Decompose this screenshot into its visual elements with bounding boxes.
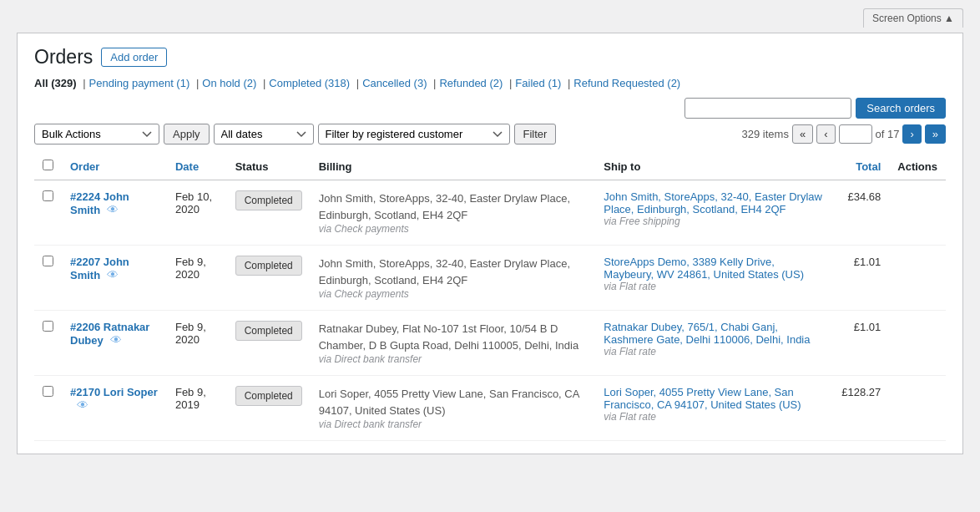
filter-button[interactable]: Filter: [514, 124, 557, 144]
row-checkbox-cell: [34, 246, 62, 311]
row-checkbox[interactable]: [43, 386, 53, 397]
select-all-header: [34, 153, 62, 180]
order-cell: #2206 Ratnakar Dubey👁: [62, 311, 167, 376]
filter-nav-on-hold[interactable]: On hold (2): [202, 77, 256, 89]
search-input[interactable]: [684, 98, 851, 119]
col-header-billing[interactable]: Billing: [311, 153, 596, 180]
billing-cell: Ratnakar Dubey, Flat No-107 1st Floor, 1…: [311, 311, 596, 376]
customer-filter-select[interactable]: Filter by registered customer: [318, 124, 510, 144]
row-checkbox-cell: [34, 311, 62, 376]
billing-cell: Lori Soper, 4055 Pretty View Lane, San F…: [311, 376, 596, 441]
filter-nav-all[interactable]: All (329): [34, 77, 77, 89]
shipto-via: via Flat rate: [604, 281, 825, 292]
page-title: Orders: [34, 46, 93, 68]
billing-via: via Direct bank transfer: [319, 418, 588, 430]
order-cell: #2170 Lori Soper👁: [62, 376, 167, 441]
filter-nav-cancelled[interactable]: Cancelled (3): [362, 77, 427, 89]
nav-separator: |: [506, 77, 512, 89]
total-cell: £1.01: [833, 311, 889, 376]
items-count: 329 items: [742, 128, 789, 140]
date-cell: Feb 10, 2020: [167, 180, 227, 246]
actions-cell: [889, 376, 946, 441]
total-cell: £34.68: [833, 180, 889, 246]
bulk-actions-select[interactable]: Bulk Actions: [34, 124, 159, 144]
table-row: #2207 John Smith👁Feb 9, 2020CompletedJoh…: [34, 246, 946, 311]
table-row: #2206 Ratnakar Dubey👁Feb 9, 2020Complete…: [34, 311, 946, 376]
col-header-ship-to[interactable]: Ship to: [595, 153, 833, 180]
shipto-cell: StoreApps Demo, 3389 Kelly Drive, Maybeu…: [595, 246, 833, 311]
order-cell: #2224 John Smith👁: [62, 180, 167, 246]
filter-nav-failed[interactable]: Failed (1): [515, 77, 561, 89]
apply-button[interactable]: Apply: [164, 124, 210, 144]
billing-name: John Smith, StoreApps, 32-40, Easter Dry…: [319, 256, 588, 288]
actions-cell: [889, 246, 946, 311]
status-cell: Completed: [227, 311, 311, 376]
billing-cell: John Smith, StoreApps, 32-40, Easter Dry…: [311, 180, 596, 246]
shipto-via: via Flat rate: [604, 411, 825, 423]
prev-page-button[interactable]: ‹: [816, 124, 835, 144]
view-icon[interactable]: 👁: [107, 268, 119, 281]
orders-table: OrderDateStatusBillingShip toTotalAction…: [34, 153, 946, 441]
row-checkbox[interactable]: [43, 256, 53, 266]
view-icon[interactable]: 👁: [110, 333, 122, 347]
date-cell: Feb 9, 2020: [167, 246, 227, 311]
nav-separator: |: [430, 77, 436, 89]
actions-cell: [889, 311, 946, 376]
status-badge: Completed: [235, 386, 302, 406]
nav-separator: |: [564, 77, 570, 89]
shipto-link[interactable]: Ratnakar Dubey, 765/1, Chabi Ganj, Kashm…: [604, 321, 810, 346]
status-badge: Completed: [235, 321, 302, 341]
order-link[interactable]: #2207 John Smith: [70, 256, 129, 281]
shipto-link[interactable]: StoreApps Demo, 3389 Kelly Drive, Maybeu…: [604, 256, 804, 281]
shipto-link[interactable]: Lori Soper, 4055 Pretty View Lane, San F…: [604, 386, 801, 411]
billing-via: via Direct bank transfer: [319, 353, 588, 365]
order-link[interactable]: #2170 Lori Soper: [70, 386, 158, 398]
first-page-button[interactable]: «: [792, 124, 813, 144]
add-order-button[interactable]: Add order: [101, 48, 167, 67]
actions-cell: [889, 180, 946, 246]
view-icon[interactable]: 👁: [77, 398, 88, 412]
row-checkbox-cell: [34, 376, 62, 441]
next-page-button[interactable]: ›: [902, 124, 921, 144]
row-checkbox-cell: [34, 180, 62, 246]
row-checkbox[interactable]: [43, 190, 53, 201]
billing-name: John Smith, StoreApps, 32-40, Easter Dry…: [319, 190, 588, 223]
filter-nav-refund-requested[interactable]: Refund Requested (2): [573, 77, 680, 89]
order-link[interactable]: #2224 John Smith: [70, 190, 129, 216]
shipto-cell: Lori Soper, 4055 Pretty View Lane, San F…: [595, 376, 833, 441]
col-header-actions: Actions: [889, 153, 946, 180]
table-row: #2224 John Smith👁Feb 10, 2020CompletedJo…: [34, 180, 946, 246]
current-page-input[interactable]: 1: [839, 124, 872, 144]
col-header-date[interactable]: Date: [167, 153, 227, 180]
col-header-total[interactable]: Total: [833, 153, 889, 180]
last-page-button[interactable]: »: [925, 124, 946, 144]
nav-separator: |: [353, 77, 359, 89]
date-cell: Feb 9, 2020: [167, 311, 227, 376]
view-icon[interactable]: 👁: [107, 203, 119, 216]
nav-separator: |: [260, 77, 265, 89]
search-orders-button[interactable]: Search orders: [856, 98, 946, 119]
filter-nav-refunded[interactable]: Refunded (2): [439, 77, 503, 89]
row-checkbox[interactable]: [43, 321, 53, 332]
shipto-cell: Ratnakar Dubey, 765/1, Chabi Ganj, Kashm…: [595, 311, 833, 376]
nav-separator: |: [193, 77, 199, 89]
of-pages-label: of 17: [876, 128, 900, 140]
billing-name: Ratnakar Dubey, Flat No-107 1st Floor, 1…: [319, 321, 588, 353]
status-badge: Completed: [235, 190, 302, 210]
billing-name: Lori Soper, 4055 Pretty View Lane, San F…: [319, 386, 588, 418]
date-filter-select[interactable]: All dates: [214, 124, 314, 144]
billing-cell: John Smith, StoreApps, 32-40, Easter Dry…: [311, 246, 596, 311]
shipto-link[interactable]: John Smith, StoreApps, 32-40, Easter Dry…: [604, 190, 822, 215]
screen-options-button[interactable]: Screen Options ▲: [863, 8, 963, 28]
shipto-via: via Free shipping: [604, 215, 825, 227]
total-cell: £1.01: [833, 246, 889, 311]
filter-nav-completed[interactable]: Completed (318): [269, 77, 350, 89]
order-cell: #2207 John Smith👁: [62, 246, 167, 311]
shipto-cell: John Smith, StoreApps, 32-40, Easter Dry…: [595, 180, 833, 246]
billing-via: via Check payments: [319, 223, 588, 235]
select-all-checkbox[interactable]: [43, 160, 53, 170]
col-header-order[interactable]: Order: [62, 153, 167, 180]
status-cell: Completed: [227, 376, 311, 441]
col-header-status[interactable]: Status: [227, 153, 311, 180]
filter-nav-pending[interactable]: Pending payment (1): [89, 77, 190, 89]
